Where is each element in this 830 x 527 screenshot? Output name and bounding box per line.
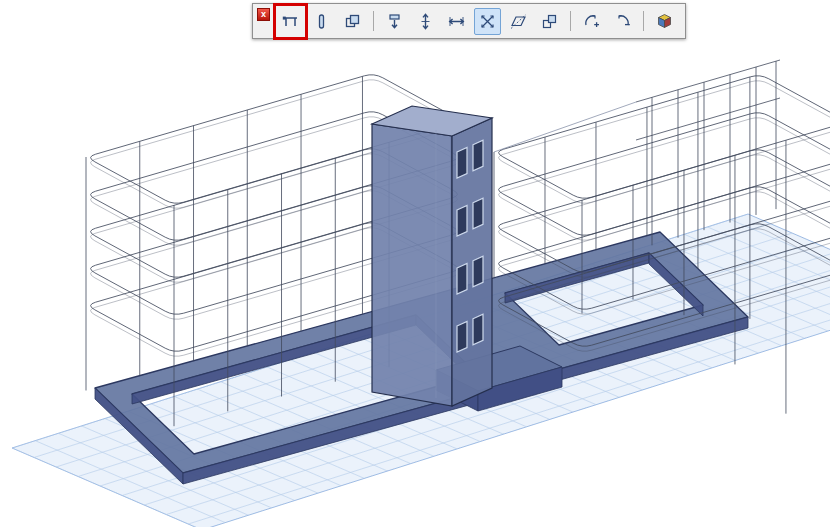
toolbar-separator <box>570 11 571 31</box>
stretch-icon <box>447 12 466 31</box>
application-window: x <box>0 0 830 527</box>
free-move-tool-button[interactable] <box>474 8 501 35</box>
close-button[interactable]: x <box>257 8 270 21</box>
offset-edge-tool-button[interactable] <box>308 8 335 35</box>
rotate-minus-icon <box>613 12 632 31</box>
multiply-tool-button[interactable] <box>536 8 563 35</box>
offset-edge-icon <box>312 12 331 31</box>
drag-node-tool-button[interactable] <box>277 8 304 35</box>
toolbar-separator <box>373 11 374 31</box>
rotate-plus-icon <box>582 12 601 31</box>
toolbar-separator <box>643 11 644 31</box>
rotate-zoom-out-tool-button[interactable] <box>609 8 636 35</box>
tower-core <box>372 106 492 406</box>
elevate-tool-button[interactable] <box>412 8 439 35</box>
drag-icon <box>385 12 404 31</box>
mirror-tool-button[interactable] <box>505 8 532 35</box>
multiply-icon <box>540 12 559 31</box>
floating-toolbar: x <box>252 3 686 39</box>
mirror-icon <box>509 12 528 31</box>
offset-all-edges-icon <box>343 12 362 31</box>
offset-all-edges-tool-button[interactable] <box>339 8 366 35</box>
drag-tool-button[interactable] <box>381 8 408 35</box>
rotate-zoom-in-tool-button[interactable] <box>578 8 605 35</box>
elevate-icon <box>416 12 435 31</box>
view-settings-cube-tool-button[interactable] <box>651 8 678 35</box>
drag-node-icon <box>281 12 300 31</box>
3d-viewport[interactable] <box>0 0 830 527</box>
stretch-tool-button[interactable] <box>443 8 470 35</box>
3d-cube-icon <box>655 12 674 31</box>
free-move-icon <box>478 12 497 31</box>
